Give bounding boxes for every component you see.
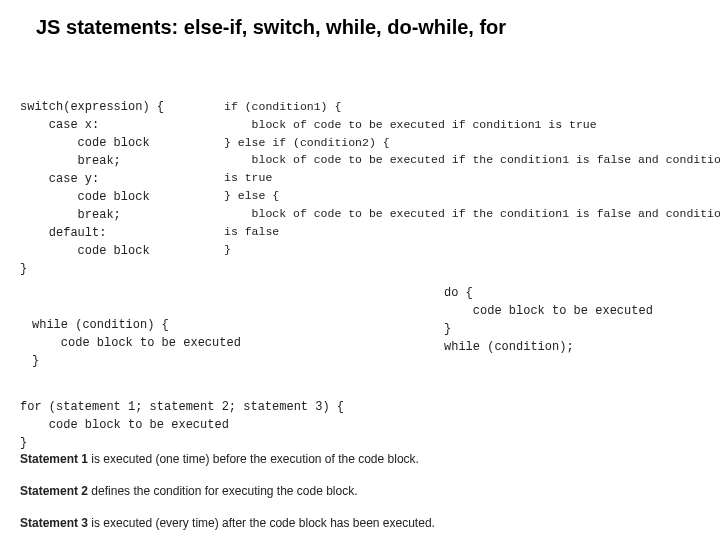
slide-title: JS statements: else-if, switch, while, d…: [0, 0, 720, 39]
statement-2-label: Statement 2: [20, 484, 88, 498]
code-do-while: do { code block to be executed } while (…: [444, 284, 653, 356]
statement-1-explain: Statement 1 is executed (one time) befor…: [20, 452, 419, 466]
code-for: for (statement 1; statement 2; statement…: [20, 398, 344, 452]
code-if-else: if (condition1) { block of code to be ex…: [224, 98, 720, 258]
code-while: while (condition) { code block to be exe…: [32, 316, 241, 370]
statement-3-explain: Statement 3 is executed (every time) aft…: [20, 516, 435, 530]
statement-3-label: Statement 3: [20, 516, 88, 530]
statement-3-text: is executed (every time) after the code …: [88, 516, 435, 530]
statement-2-explain: Statement 2 defines the condition for ex…: [20, 484, 358, 498]
code-switch: switch(expression) { case x: code block …: [20, 98, 164, 278]
statement-1-label: Statement 1: [20, 452, 88, 466]
statement-2-text: defines the condition for executing the …: [88, 484, 358, 498]
statement-1-text: is executed (one time) before the execut…: [88, 452, 419, 466]
